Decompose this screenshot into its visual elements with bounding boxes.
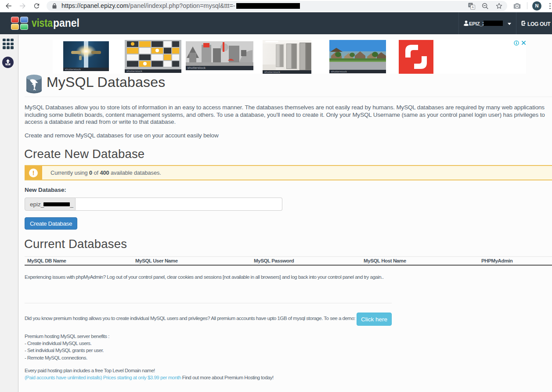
prefix-redaction (43, 202, 70, 207)
header-divider (25, 97, 552, 97)
ad-thumb-houses[interactable]: shutterstock (329, 40, 386, 73)
url[interactable]: https://cpanel.epizy.com/panel/indexpl.p… (61, 2, 235, 9)
camera-icon[interactable] (513, 3, 521, 9)
ad-thumb-door[interactable]: shutterstock (63, 41, 109, 71)
apps-grid-icon[interactable] (3, 39, 14, 50)
benefit-item: - Remote MySQL connections. (25, 354, 109, 361)
alert-text: Currently using 0 of 400 available datab… (51, 169, 161, 176)
upload-icon[interactable] (2, 57, 14, 68)
ad-thumb-elevator[interactable]: shutterstock (263, 40, 311, 74)
tld-line: Every paid hosting plan includes a free … (25, 367, 274, 374)
new-database-input[interactable] (76, 198, 282, 211)
ad-thumb-templates[interactable]: shutterstock (125, 40, 181, 73)
benefits-list: Premium hosting MySQL server benefits : … (25, 333, 109, 362)
ad-info-icon[interactable] (514, 40, 519, 46)
col-password: MySQL Password (251, 257, 361, 266)
page-title: MySQL Databases (47, 74, 165, 90)
navbar-separator (458, 12, 459, 34)
benefit-item: - Create individual MySQL users. (25, 340, 109, 347)
chevron-down-icon[interactable] (508, 23, 511, 25)
alert-warning-icon: ! (25, 166, 42, 180)
col-phpmyadmin: PHPMyAdmin (479, 257, 552, 266)
new-database-label: New Database: (25, 187, 66, 193)
left-sidebar (0, 35, 18, 392)
footer-promo: Every paid hosting plan includes a free … (25, 367, 274, 381)
user-icon (463, 20, 469, 26)
browser-profile-avatar[interactable]: N (532, 1, 541, 11)
logout-button[interactable]: LOG OUT (527, 21, 550, 27)
ad-thumb-shutterstock-logo[interactable] (399, 40, 433, 74)
click-here-button[interactable]: Click here (357, 313, 392, 326)
benefit-item: - Set individual MySQL grants per user. (25, 347, 109, 354)
col-user-name: MySQL User Name (133, 257, 251, 266)
benefits-title: Premium hosting MySQL server benefits : (25, 333, 109, 340)
bookmark-star-icon[interactable] (495, 2, 503, 10)
create-db-heading: Create New Database (24, 147, 144, 161)
section-divider (25, 303, 392, 303)
ad-close-icon[interactable] (521, 40, 526, 45)
brand-wordmark[interactable]: vista panel (31, 16, 83, 31)
forward-icon[interactable] (19, 2, 26, 10)
phpmyadmin-note: Experiencing issues with phpMyAdmin? Log… (25, 274, 384, 280)
pricing-link[interactable]: (Paid accounts have unlimited installs) … (25, 375, 181, 380)
find-out-text: Find out more about Premium Hosting toda… (181, 375, 274, 380)
mysql-database-icon (25, 74, 43, 94)
brand-panel: panel (53, 16, 79, 29)
intro-paragraph-2: Create and remove MySQL databases for us… (25, 132, 219, 139)
logout-icon (521, 21, 527, 26)
toolbar-divider (527, 2, 527, 9)
ad-thumb-city[interactable]: shutterstock (186, 41, 253, 70)
col-db-name: MySQL DB Name (25, 257, 133, 266)
account-username[interactable]: EPIZ_2 (469, 21, 485, 26)
zoom-out-icon[interactable] (482, 3, 489, 10)
create-database-button[interactable]: Create Database (25, 217, 77, 230)
username-redaction (483, 21, 503, 26)
brand-vista: vista (32, 16, 53, 29)
current-db-heading: Current Databases (24, 237, 127, 251)
lock-icon (52, 3, 57, 9)
vistapanel-logo[interactable] (11, 17, 28, 30)
premium-promo-text: Did you know premium hosting allows you … (25, 316, 355, 321)
intro-paragraph: MySQL Databases allow you to store lots … (25, 104, 546, 126)
back-icon[interactable] (5, 2, 12, 10)
url-redaction (236, 3, 300, 9)
ad-banner[interactable]: shutterstock shutterstock (53, 40, 526, 74)
refresh-icon[interactable] (33, 2, 40, 10)
navbar-separator (516, 12, 516, 34)
usage-alert: ! Currently using 0 of 400 available dat… (25, 165, 552, 180)
browser-chrome: https://cpanel.epizy.com/panel/indexpl.p… (0, 0, 552, 12)
browser-menu-icon[interactable] (549, 3, 552, 10)
translate-icon[interactable]: G A (468, 3, 475, 10)
db-prefix-addon: epiz_ _ (25, 198, 76, 211)
col-host-name: MySQL Host Name (361, 257, 479, 266)
databases-table: MySQL DB Name MySQL User Name MySQL Pass… (25, 256, 552, 266)
